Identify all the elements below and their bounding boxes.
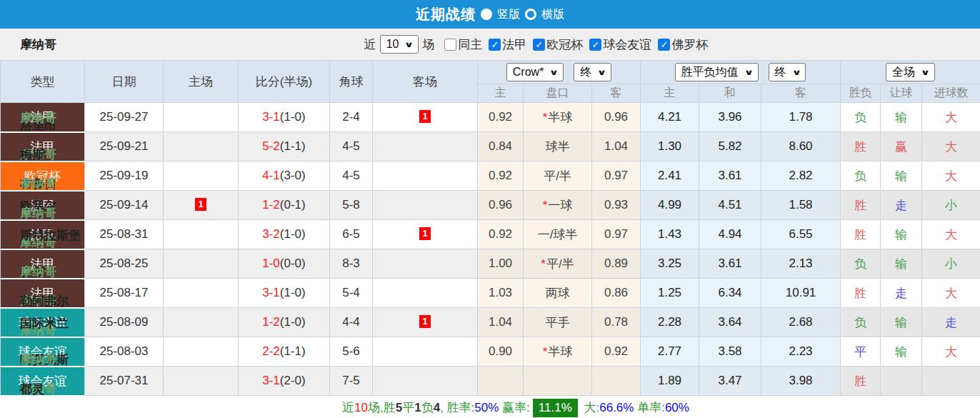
col-header-away: 客场 <box>373 61 478 103</box>
chevron-down-icon: ∨ <box>597 65 606 79</box>
mean-home: 3.25 <box>641 249 699 279</box>
fulltime-score: 1-0 <box>262 257 280 270</box>
odds-home: 1.03 <box>478 279 524 308</box>
mean-draw: 3.96 <box>699 103 761 132</box>
mean-time-select[interactable]: 终 ∨ <box>769 63 806 81</box>
summary-segment: , 胜率: <box>440 399 474 416</box>
mean-type-select[interactable]: 胜平负均值 ∨ <box>675 63 759 81</box>
checkbox-球会友谊[interactable]: ✓ <box>589 39 601 51</box>
mean-away: 2.13 <box>761 249 841 279</box>
summary-segment: 负 <box>421 399 434 416</box>
odds-away: 0.96 <box>592 103 641 132</box>
asterisk-marker: * <box>541 257 546 271</box>
col-header-score: 比分(半场) <box>239 61 330 103</box>
mean-away: 2.82 <box>761 161 841 191</box>
chevron-down-icon: ∨ <box>921 65 930 79</box>
mean-away: 2.68 <box>761 308 841 337</box>
away-team-cell: 摩纳哥 <box>373 161 478 191</box>
summary-segment: 大: <box>581 399 599 416</box>
score-cell: 4-1(3-0) <box>239 161 330 191</box>
col-header-mean-draw: 和 <box>699 84 761 103</box>
match-date: 25-09-27 <box>85 103 164 132</box>
checkbox-法甲[interactable]: ✓ <box>489 39 501 51</box>
mean-draw: 5.82 <box>699 132 761 161</box>
vertical-layout-radio[interactable] <box>481 9 492 20</box>
asterisk-marker: * <box>543 111 548 124</box>
checkbox-label-法甲: 法甲 <box>502 36 526 53</box>
mean-type-value: 胜平负均值 <box>681 65 739 79</box>
corner-score: 4-5 <box>330 132 373 161</box>
chevron-down-icon: ∨ <box>744 65 753 79</box>
match-row: 法甲25-08-17摩纳哥3-1(1-0)5-4勒阿弗尔1.03两球0.861.… <box>1 279 980 308</box>
match-row: 法甲25-08-31摩纳哥3-2(1-0)6-5斯特拉斯堡10.92一/球半0.… <box>1 220 980 249</box>
checkbox-佛罗杯[interactable]: ✓ <box>658 39 670 51</box>
odds-group-header: Crow* ∨ 终 ∨ <box>478 61 641 84</box>
recent-results-table: 类型 日期 主场 比分(半场) 角球 客场 Crow* ∨ 终 ∨ <box>0 60 980 397</box>
goals-result: 小 <box>922 191 980 220</box>
scope-select[interactable]: 全场 ∨ <box>886 63 935 81</box>
handicap-result: 赢 <box>881 132 922 161</box>
match-date: 25-09-14 <box>85 191 164 220</box>
score-cell: 3-1(2-0) <box>239 367 330 396</box>
summary-segment: 单率: <box>634 399 664 416</box>
recent-label: 近 <box>364 36 376 53</box>
fulltime-score: 1-2 <box>262 315 280 329</box>
checkbox-同主[interactable] <box>444 39 456 51</box>
col-header-winlose: 胜负 <box>841 84 881 103</box>
mean-home: 2.28 <box>641 308 699 337</box>
home-team-cell: 里尔 <box>164 249 239 279</box>
card-badge: 1 <box>419 315 430 328</box>
handicap-result: 走 <box>881 191 922 220</box>
league-checkbox-group: 同主✓法甲✓欧冠杯✓球会友谊✓佛罗杯 <box>438 36 708 53</box>
match-date: 25-08-03 <box>85 337 164 367</box>
mean-home: 1.89 <box>641 367 699 396</box>
summary-segment: 1 <box>414 401 421 415</box>
home-team-cell: 阿贾克斯 <box>164 337 239 367</box>
corner-score: 7-5 <box>330 367 373 396</box>
result-group-header: 全场 ∨ <box>841 61 980 84</box>
summary-segment: 场,胜 <box>368 399 396 416</box>
chevron-down-icon: ∨ <box>404 37 414 51</box>
summary-segment: 10 <box>354 401 368 415</box>
odds-company-select[interactable]: Crow* ∨ <box>506 63 564 81</box>
odds-home: 0.84 <box>478 132 524 161</box>
mean-home: 4.99 <box>641 191 699 220</box>
score-cell: 5-2(1-1) <box>239 132 330 161</box>
score-cell: 1-2(1-0) <box>239 308 330 337</box>
page-title: 近期战绩 <box>416 5 476 24</box>
summary-segment: 50% <box>474 401 499 415</box>
corner-score: 5-8 <box>330 191 373 220</box>
odds-time-select[interactable]: 终 ∨ <box>574 63 611 81</box>
checkbox-欧冠杯[interactable]: ✓ <box>533 39 545 51</box>
halftime-score: (1-0) <box>280 110 306 124</box>
recent-count-select[interactable]: 10 ∨ <box>380 35 419 54</box>
odds-away: 0.78 <box>592 308 641 337</box>
score-cell: 2-2(1-1) <box>239 337 330 367</box>
fulltime-score: 3-1 <box>262 374 280 387</box>
away-team-cell: 国际米兰1 <box>373 308 478 337</box>
home-team-cell: 摩纳哥 <box>164 308 239 337</box>
goals-result <box>922 367 980 396</box>
match-row: 球会友谊25-08-03阿贾克斯2-2(1-1)5-6摩纳哥0.90*半球0.9… <box>1 337 980 367</box>
goals-result: 大 <box>922 220 980 249</box>
score-cell: 3-1(1-0) <box>239 279 330 308</box>
odds-away: 0.86 <box>592 279 641 308</box>
winlose-result: 负 <box>841 103 881 132</box>
mean-away: 8.60 <box>761 132 841 161</box>
halftime-score: (1-0) <box>280 315 306 329</box>
match-date: 25-09-21 <box>85 132 164 161</box>
chevron-down-icon: ∨ <box>549 65 559 79</box>
horizontal-layout-radio[interactable] <box>525 9 536 20</box>
handicap-result: 输 <box>881 103 922 132</box>
home-team-cell: 摩纳哥 <box>164 220 239 249</box>
filter-bar: 摩纳哥 近 10 ∨ 场 同主✓法甲✓欧冠杯✓球会友谊✓佛罗杯 <box>0 29 980 60</box>
filter-controls: 近 10 ∨ 场 同主✓法甲✓欧冠杯✓球会友谊✓佛罗杯 <box>361 35 709 54</box>
home-team-cell: 洛里昂 <box>164 103 239 132</box>
mean-draw: 3.58 <box>699 337 761 367</box>
odds-away <box>592 367 641 396</box>
mean-away: 3.98 <box>761 367 841 396</box>
goals-result: 大 <box>922 103 980 132</box>
col-header-date: 日期 <box>85 61 164 103</box>
odds-home: 0.96 <box>478 191 524 220</box>
odds-home: 1.04 <box>478 308 524 337</box>
